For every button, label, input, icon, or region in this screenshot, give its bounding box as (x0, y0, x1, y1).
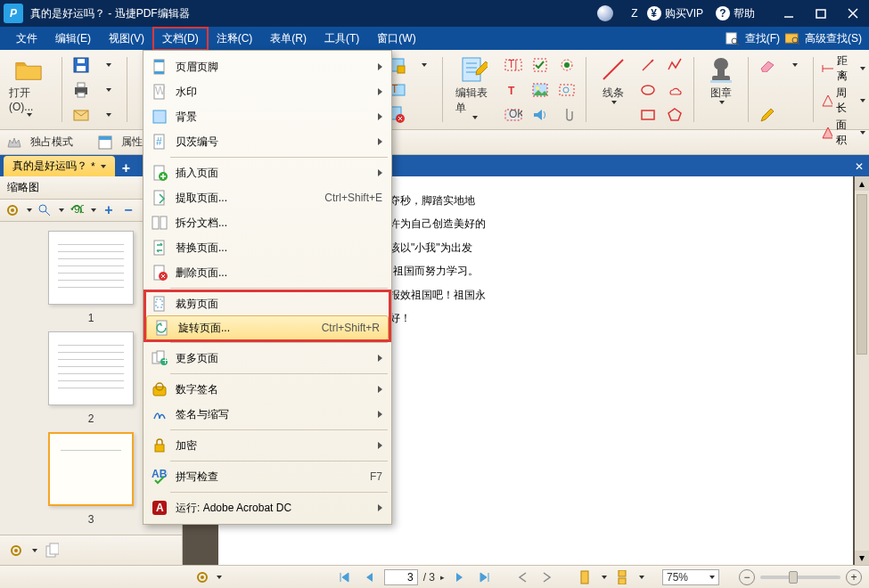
zoom-slider-knob[interactable] (789, 571, 798, 584)
menu-item-header-footer[interactable]: 页眉页脚 (143, 54, 391, 79)
nav-fwd-button[interactable] (537, 568, 557, 587)
menu-item-encrypt[interactable]: 加密 (143, 433, 391, 458)
menu-item-extract-page[interactable]: 提取页面...Ctrl+Shift+E (143, 185, 391, 210)
menu-item-split-doc[interactable]: 拆分文档... (143, 210, 391, 235)
next-page-button[interactable] (450, 568, 470, 587)
scroll-down-button[interactable]: ▾ (855, 551, 869, 565)
perimeter-tool[interactable]: 周长 (821, 86, 866, 116)
distance-tool[interactable]: 距离 (821, 53, 866, 84)
button-widget[interactable]: OK (502, 103, 525, 127)
prev-page-button[interactable] (359, 568, 379, 587)
print-dropdown[interactable] (96, 78, 119, 102)
tab-dropdown-icon[interactable] (101, 165, 106, 168)
thumbnail-page-2[interactable] (48, 331, 134, 405)
email-button[interactable] (70, 103, 93, 127)
zoom-slider[interactable] (760, 576, 840, 579)
continuous-page-button[interactable] (612, 568, 632, 587)
arrow-button[interactable] (636, 53, 660, 77)
single-page-button[interactable] (575, 568, 594, 587)
zoom-out-button[interactable]: − (739, 569, 755, 585)
image-widget[interactable] (529, 78, 552, 102)
menu-view[interactable]: 视图(V) (100, 28, 153, 50)
menu-item-sign-initials[interactable]: 签名与缩写 (143, 402, 391, 427)
rotate-thumb-button[interactable]: 90 (70, 203, 84, 217)
nav-back-button[interactable] (512, 568, 532, 587)
menu-item-crop-page[interactable]: 裁剪页面 (143, 291, 391, 316)
zoom-thumb-button[interactable] (37, 203, 52, 217)
polygon-button[interactable] (663, 103, 686, 127)
checkbox-widget[interactable] (529, 53, 552, 77)
buy-vip-link[interactable]: 购买VIP (665, 6, 703, 21)
help-link[interactable]: 帮助 (734, 6, 755, 21)
close-button[interactable] (837, 0, 869, 27)
radio-widget[interactable] (555, 53, 578, 77)
first-page-button[interactable] (334, 568, 354, 587)
edit-form-button[interactable]: 编辑表单 (450, 53, 498, 121)
tool-dropdown-1[interactable] (412, 53, 435, 77)
menu-item-bates[interactable]: #贝茨编号 (143, 129, 391, 154)
pencil-button[interactable] (756, 103, 779, 127)
tab-strip-close-button[interactable]: ✕ (849, 157, 869, 176)
menu-document[interactable]: 文档(D) (153, 28, 208, 50)
user-letter[interactable]: Z (631, 7, 637, 20)
menu-forms[interactable]: 表单(R) (261, 28, 316, 50)
scrollbar-thumb[interactable] (857, 194, 867, 355)
menu-item-watermark[interactable]: W水印 (143, 79, 391, 104)
menu-item-rotate-page[interactable]: 旋转页面...Ctrl+Shift+R (146, 315, 389, 340)
menu-item-spell-check[interactable]: ABC拼写检查F7 (143, 464, 391, 489)
document-tab[interactable]: 真的是好运吗？ * (4, 156, 115, 176)
menu-file[interactable]: 文件 (7, 28, 46, 50)
menu-tools[interactable]: 工具(T) (316, 28, 368, 50)
polyline-button[interactable] (663, 53, 686, 77)
page-number-input[interactable] (384, 569, 418, 585)
minimize-button[interactable] (773, 0, 805, 27)
find-button[interactable]: 查找(F) (745, 31, 780, 46)
line-tool-button[interactable]: 线条 (594, 53, 633, 106)
scroll-up-button[interactable]: ▴ (855, 176, 869, 191)
last-page-button[interactable] (475, 568, 495, 587)
ellipse-button[interactable] (636, 78, 660, 102)
menu-window[interactable]: 窗口(W) (368, 28, 424, 50)
text-button[interactable]: T (502, 78, 525, 102)
thumbnail-page-3[interactable] (48, 432, 134, 506)
gear-icon[interactable] (9, 543, 23, 558)
zoom-in-button[interactable]: + (846, 569, 862, 585)
sound-widget[interactable] (529, 103, 552, 127)
menu-item-more-pages[interactable]: +更多页面 (143, 346, 391, 371)
exclusive-mode-button[interactable]: 独占模式 (30, 135, 73, 150)
save-button[interactable] (70, 53, 93, 77)
menu-item-digital-sign[interactable]: 数字签名 (143, 377, 391, 402)
area-tool[interactable]: 面积 (821, 118, 866, 148)
cloud-button[interactable] (663, 78, 686, 102)
menu-item-run[interactable]: A运行: Adobe Acrobat DC (143, 495, 391, 520)
globe-icon[interactable] (597, 5, 613, 21)
link-widget[interactable] (555, 78, 578, 102)
menu-comments[interactable]: 注释(C) (208, 28, 262, 50)
pencil-dropdown[interactable] (783, 53, 806, 77)
new-tab-button[interactable]: + (122, 160, 130, 176)
save-dropdown[interactable] (96, 53, 119, 77)
textbox-button[interactable]: T| (502, 53, 525, 77)
add-page-button[interactable]: + (102, 203, 116, 217)
print-button[interactable] (70, 78, 93, 102)
menu-item-delete-page[interactable]: 删除页面... (143, 260, 391, 285)
email-dropdown[interactable] (96, 103, 119, 127)
rect-button[interactable] (636, 103, 660, 127)
attach-widget[interactable] (555, 103, 578, 127)
eraser-button[interactable] (756, 53, 779, 77)
zoom-select[interactable]: 75% (662, 569, 719, 585)
menu-item-background[interactable]: 背景 (143, 104, 391, 129)
thumbnail-page-1[interactable] (48, 231, 134, 305)
stamp-button[interactable]: 图章 (701, 53, 741, 106)
menu-item-insert-page[interactable]: 插入页面 (143, 160, 391, 185)
gear-icon[interactable] (195, 570, 209, 584)
copy-pages-icon[interactable] (45, 543, 59, 558)
vertical-scrollbar[interactable]: ▴ ▾ (855, 176, 869, 565)
menu-edit[interactable]: 编辑(E) (46, 28, 100, 50)
open-button[interactable]: 打开(O)... (4, 53, 54, 118)
remove-page-button[interactable]: − (121, 203, 135, 217)
maximize-button[interactable] (805, 0, 837, 27)
menu-item-replace-page[interactable]: 替换页面... (143, 235, 391, 260)
adv-find-button[interactable]: 高级查找(S) (805, 31, 862, 46)
gear-icon[interactable] (5, 203, 20, 217)
